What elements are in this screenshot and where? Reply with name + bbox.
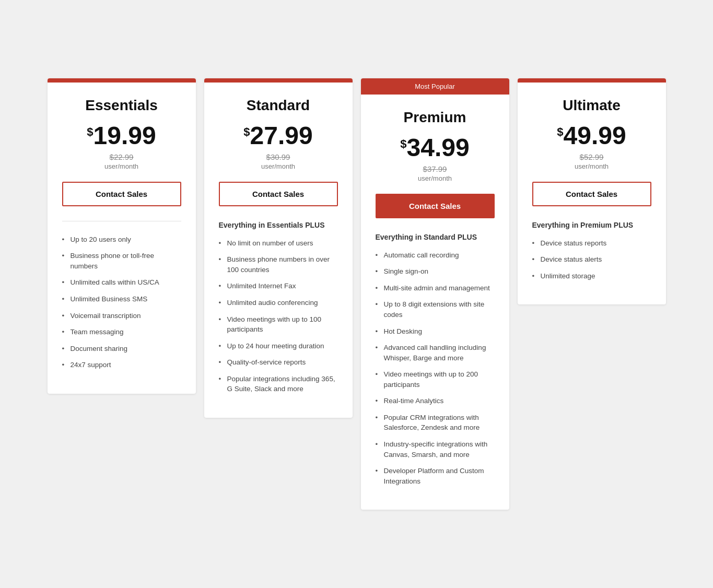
feature-item: Industry-specific integrations with Canv… xyxy=(376,438,495,461)
price-old: $30.99 xyxy=(219,152,338,161)
plan-name: Premium xyxy=(376,109,495,126)
feature-item: Video meetings with up to 100 participan… xyxy=(219,313,338,336)
feature-item: Unlimited Business SMS xyxy=(62,292,181,306)
price-per: user/month xyxy=(532,162,651,170)
card-body: Standard $ 27.99 $30.99 user/month Conta… xyxy=(204,83,353,418)
feature-item: Developer Platform and Custom Integratio… xyxy=(376,464,495,488)
price-block: $ 19.99 xyxy=(62,123,181,148)
price-per: user/month xyxy=(376,174,495,182)
feature-item: Voicemail transcription xyxy=(62,309,181,323)
plan-card-ultimate: Ultimate $ 49.99 $52.99 user/month Conta… xyxy=(518,78,666,305)
pricing-container: Essentials $ 19.99 $22.99 user/month Con… xyxy=(43,78,670,510)
price-dollar: $ xyxy=(243,126,250,138)
feature-item: No limit on number of users xyxy=(219,237,338,250)
feature-item: Unlimited Internet Fax xyxy=(219,279,338,293)
feature-item: Quality-of-service reports xyxy=(219,356,338,369)
feature-item: Business phone numbers in over 100 count… xyxy=(219,253,338,276)
divider xyxy=(62,221,181,221)
plan-card-essentials: Essentials $ 19.99 $22.99 user/month Con… xyxy=(48,78,196,394)
price-block: $ 49.99 xyxy=(532,123,651,148)
price-per: user/month xyxy=(219,162,338,170)
cta-button-ultimate[interactable]: Contact Sales xyxy=(532,182,651,206)
feature-item: 24x7 support xyxy=(62,358,181,372)
features-header: Everything in Premium PLUS xyxy=(532,221,651,229)
feature-item: Hot Desking xyxy=(376,325,495,338)
features-list: Device status reportsDevice status alert… xyxy=(532,237,651,283)
plan-card-premium: Most Popular Premium $ 34.99 $37.99 user… xyxy=(361,78,509,510)
features-header: Everything in Essentials PLUS xyxy=(219,221,338,229)
feature-item: Unlimited storage xyxy=(532,269,651,283)
feature-item: Document sharing xyxy=(62,342,181,356)
card-top-bar xyxy=(204,78,353,83)
plan-card-standard: Standard $ 27.99 $30.99 user/month Conta… xyxy=(204,78,353,418)
cta-button-premium[interactable]: Contact Sales xyxy=(376,194,495,218)
price-current: $ 34.99 xyxy=(400,135,469,160)
feature-item: Single sign-on xyxy=(376,265,495,278)
price-old: $22.99 xyxy=(62,152,181,161)
card-body: Premium $ 34.99 $37.99 user/month Contac… xyxy=(361,95,509,510)
most-popular-banner: Most Popular xyxy=(361,78,509,95)
feature-item: Unlimited audio conferencing xyxy=(219,296,338,310)
price-old: $37.99 xyxy=(376,164,495,173)
features-list: Automatic call recordingSingle sign-onMu… xyxy=(376,249,495,488)
price-value: 27.99 xyxy=(250,123,313,148)
price-per: user/month xyxy=(62,162,181,170)
plan-name: Essentials xyxy=(62,97,181,114)
feature-item: Unlimited calls within US/CA xyxy=(62,276,181,289)
price-dollar: $ xyxy=(400,138,406,150)
price-value: 19.99 xyxy=(93,123,156,148)
feature-item: Business phone or toll-free numbers xyxy=(62,249,181,273)
card-top-bar xyxy=(518,78,666,83)
price-old: $52.99 xyxy=(532,152,651,161)
plan-name: Standard xyxy=(219,97,338,114)
feature-item: Device status reports xyxy=(532,237,651,250)
features-list: Up to 20 users onlyBusiness phone or tol… xyxy=(62,233,181,372)
price-dollar: $ xyxy=(87,126,93,138)
card-body: Essentials $ 19.99 $22.99 user/month Con… xyxy=(48,83,196,394)
feature-item: Advanced call handling including Whisper… xyxy=(376,341,495,364)
features-list: No limit on number of usersBusiness phon… xyxy=(219,237,338,396)
price-current: $ 27.99 xyxy=(243,123,312,148)
feature-item: Up to 8 digit extensions with site codes xyxy=(376,298,495,321)
card-body: Ultimate $ 49.99 $52.99 user/month Conta… xyxy=(518,83,666,305)
feature-item: Popular integrations including 365, G Su… xyxy=(219,372,338,396)
features-header: Everything in Standard PLUS xyxy=(376,233,495,241)
feature-item: Device status alerts xyxy=(532,253,651,266)
cta-button-essentials[interactable]: Contact Sales xyxy=(62,182,181,206)
feature-item: Up to 20 users only xyxy=(62,233,181,246)
price-block: $ 34.99 xyxy=(376,135,495,160)
feature-item: Video meetings with up to 200 participan… xyxy=(376,368,495,391)
plan-name: Ultimate xyxy=(532,97,651,114)
price-value: 49.99 xyxy=(564,123,626,148)
feature-item: Real-time Analytics xyxy=(376,394,495,408)
price-current: $ 49.99 xyxy=(557,123,626,148)
feature-item: Team messaging xyxy=(62,325,181,339)
card-top-bar xyxy=(48,78,196,83)
price-dollar: $ xyxy=(557,126,563,138)
feature-item: Automatic call recording xyxy=(376,249,495,262)
price-current: $ 19.99 xyxy=(87,123,156,148)
cta-button-standard[interactable]: Contact Sales xyxy=(219,182,338,206)
feature-item: Popular CRM integrations with Salesforce… xyxy=(376,411,495,434)
feature-item: Up to 24 hour meeting duration xyxy=(219,339,338,353)
price-block: $ 27.99 xyxy=(219,123,338,148)
price-value: 34.99 xyxy=(407,135,470,160)
feature-item: Multi-site admin and management xyxy=(376,281,495,295)
